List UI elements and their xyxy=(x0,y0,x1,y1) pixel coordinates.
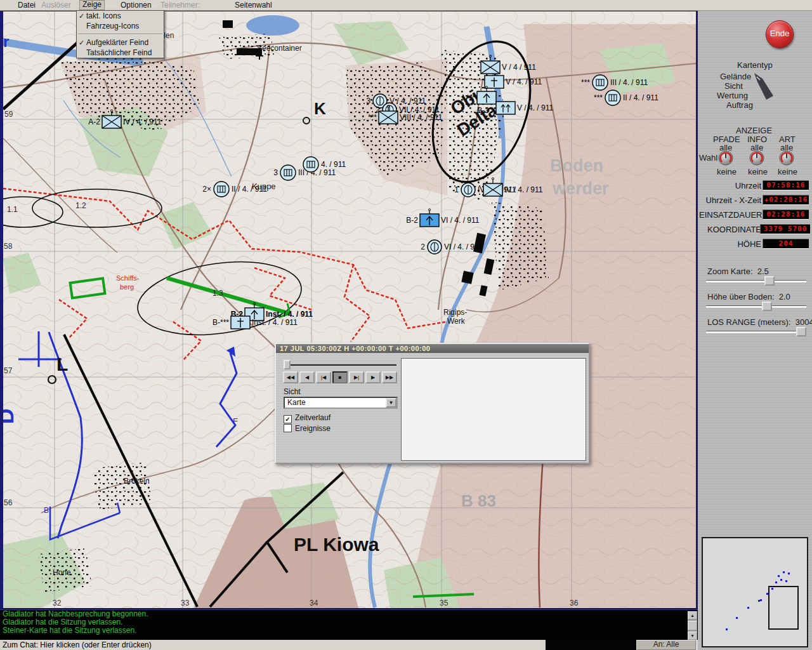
ende-button[interactable]: Ende xyxy=(766,20,794,48)
scroll-up-icon[interactable]: ▲ xyxy=(688,611,697,620)
svg-text:57: 57 xyxy=(4,366,13,375)
info-keine-label: keine xyxy=(748,167,768,176)
los-range-slider[interactable] xyxy=(706,331,806,333)
svg-text:III / 4. / 911: III / 4. / 911 xyxy=(610,78,648,87)
stop-button[interactable]: ■ xyxy=(332,371,348,383)
checkmark-icon: ✓ xyxy=(77,11,86,21)
svg-text:35: 35 xyxy=(440,599,449,607)
chevron-down-icon[interactable]: ▼ xyxy=(386,398,396,408)
dialog-title-bar[interactable]: 17 JUL 05:30:00Z H +00:00:00 T +00:00:00 xyxy=(276,344,589,353)
hoehe-label: HÖHE xyxy=(699,239,761,249)
svg-text:***: *** xyxy=(581,78,590,87)
time-slider-thumb[interactable] xyxy=(284,360,291,369)
svg-text:V / 4. / 911: V / 4. / 911 xyxy=(390,96,426,105)
chat-status-text: Zum Chat: Hier klicken (oder Enter drück… xyxy=(0,640,152,649)
svg-text:II / 4. / 911: II / 4. / 911 xyxy=(623,93,658,102)
los-range-thumb[interactable] xyxy=(796,327,806,336)
menu-bar: Datei Auslöser Zeige Optionen Teilnehmer… xyxy=(0,0,812,11)
art-keine-label: keine xyxy=(778,167,797,176)
los-range-label: LOS RANGE (meters): 3004 xyxy=(707,317,812,327)
app-screen: Datei Auslöser Zeige Optionen Teilnehmer… xyxy=(0,0,812,650)
svg-text:Werk: Werk xyxy=(447,317,466,326)
zoom-karte-thumb[interactable] xyxy=(764,276,775,286)
checkmark-icon: ✓ xyxy=(77,37,86,48)
step-forward-button[interactable]: ▶| xyxy=(349,371,364,383)
svg-text:Brökeln: Brökeln xyxy=(124,477,150,486)
menu-item-tatsaechlicher-feind[interactable]: Tatsächlicher Feind xyxy=(77,48,164,58)
uhrzeit-value: 07:58:16 xyxy=(763,180,809,190)
checkbox-icon xyxy=(284,424,292,432)
svg-text:berg: berg xyxy=(120,283,134,291)
menu-ausloeser: Auslöser xyxy=(39,1,74,10)
kartentyp-option-sicht[interactable]: Sicht xyxy=(724,81,743,91)
menu-datei[interactable]: Datei xyxy=(15,1,38,10)
svg-text:59: 59 xyxy=(4,110,13,119)
svg-text:B-2: B-2 xyxy=(406,216,418,225)
scroll-down-icon[interactable]: ▼ xyxy=(688,632,697,640)
rewind-button[interactable]: ◀◀ xyxy=(283,371,298,383)
art-knob[interactable] xyxy=(778,150,795,166)
svg-text:Schiffs-: Schiffs- xyxy=(116,274,140,282)
chat-scrollbar[interactable]: ▲ ▼ xyxy=(688,611,697,640)
svg-text:3: 3 xyxy=(273,168,278,177)
time-slider-track[interactable] xyxy=(284,364,396,366)
hoehe-boden-value: 2.0 xyxy=(779,292,790,302)
play-button[interactable]: ▶ xyxy=(365,371,381,383)
svg-text:IV / 4. / 911: IV / 4. / 911 xyxy=(504,185,543,194)
los-range-value: 3004 xyxy=(796,317,812,327)
svg-text:B: B xyxy=(44,506,49,515)
svg-text:B-***: B-*** xyxy=(213,318,229,327)
svg-text:B 83: B 83 xyxy=(461,491,496,510)
svg-text:Seecontainer: Seecontainer xyxy=(257,44,302,53)
svg-text:D: D xyxy=(3,408,18,424)
chat-log[interactable]: Gladiator hat Nachbesprechung begonnen. … xyxy=(0,609,698,640)
hoehe-boden-thumb[interactable] xyxy=(762,302,772,311)
svg-text:V / 4. / 911: V / 4. / 911 xyxy=(506,77,542,86)
zoom-karte-value: 2.5 xyxy=(757,267,769,276)
view-select[interactable]: Karte ▼ xyxy=(284,397,398,409)
menu-item-takt-icons[interactable]: ✓takt. Icons xyxy=(77,11,164,21)
svg-text:r: r xyxy=(3,33,9,50)
play-backward-button[interactable]: ◀ xyxy=(299,371,315,383)
zeitverlauf-checkbox[interactable]: ✓Zeitverlauf xyxy=(284,414,331,423)
svg-text:1.2: 1.2 xyxy=(75,201,86,210)
chat-scroll-thumb[interactable] xyxy=(688,621,697,630)
pfade-knob[interactable] xyxy=(717,150,734,166)
menu-optionen[interactable]: Optionen xyxy=(118,1,154,10)
svg-text:V / 4. / 911: V / 4. / 911 xyxy=(517,103,553,112)
menu-seitenwahl[interactable]: Seitenwahl xyxy=(232,1,275,10)
recipient-selector[interactable]: An: Alle xyxy=(636,640,696,650)
zoom-karte-slider[interactable] xyxy=(706,280,806,282)
svg-text:K: K xyxy=(314,99,326,118)
menu-separator xyxy=(78,34,162,35)
einsatzdauer-value: 02:28:16 xyxy=(763,209,809,220)
svg-text:34: 34 xyxy=(310,599,318,607)
svg-text:***: *** xyxy=(368,113,377,122)
event-list-panel[interactable] xyxy=(401,358,586,461)
info-knob[interactable] xyxy=(749,150,765,166)
hoehe-value: 204 xyxy=(763,239,809,249)
menu-item-fahrzeug-icons[interactable]: Fahrzeug-Icons xyxy=(77,21,164,31)
anzeige-label: ANZEIGE xyxy=(736,126,772,135)
svg-text:Boden: Boden xyxy=(550,156,603,175)
kartentyp-option-gelaende[interactable]: Gelände xyxy=(720,72,751,81)
svg-text:1.1: 1.1 xyxy=(7,205,18,214)
svg-text:F: F xyxy=(233,416,238,426)
kartentyp-option-wertung[interactable]: Wertung xyxy=(717,91,748,100)
map-canvas[interactable]: r ehlen Seecontainer K Obj Delta Boden w… xyxy=(3,11,696,608)
kartentyp-option-auftrag[interactable]: Auftrag xyxy=(726,100,753,110)
svg-text:V / 4 / 911: V / 4 / 911 xyxy=(502,63,536,72)
chat-status-bar[interactable]: Zum Chat: Hier klicken (oder Enter drück… xyxy=(0,640,698,650)
ereignisse-checkbox[interactable]: Ereignisse xyxy=(284,424,331,433)
svg-text:2: 2 xyxy=(421,242,425,251)
minimap-viewport-rect[interactable] xyxy=(768,586,799,630)
chat-message: Steiner-Karte hat die Sitzung verlassen. xyxy=(0,627,698,635)
menu-zeige[interactable]: Zeige xyxy=(79,0,105,10)
fast-forward-button[interactable]: ▶▶ xyxy=(382,371,397,383)
uhrzeit-label: Uhrzeit xyxy=(699,181,761,190)
svg-text:A-2: A-2 xyxy=(88,117,100,126)
hoehe-boden-slider[interactable] xyxy=(706,305,806,308)
step-backward-button[interactable]: |◀ xyxy=(316,371,331,383)
overview-minimap[interactable] xyxy=(702,537,808,647)
menu-item-aufgeklaerter-feind[interactable]: ✓Aufgeklärter Feind xyxy=(77,37,164,48)
